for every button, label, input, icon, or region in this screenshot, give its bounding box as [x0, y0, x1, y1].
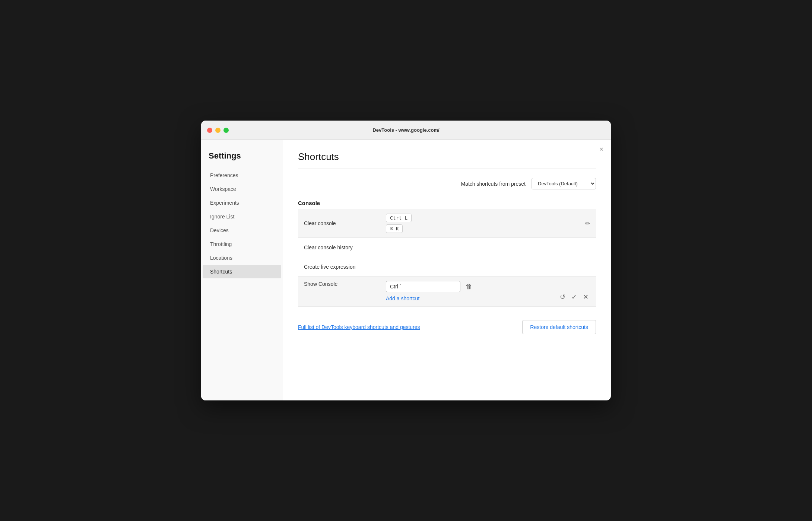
confirm-button[interactable]: ✓	[570, 292, 578, 302]
shortcut-row-show-console: Show Console 🗑 Add a shortcut ↺ ✓ ✕	[298, 277, 596, 307]
shortcut-name-show-console: Show Console	[304, 281, 386, 287]
sidebar-item-workspace[interactable]: Workspace	[203, 182, 281, 196]
content-area: Settings Preferences Workspace Experimen…	[201, 140, 611, 400]
traffic-lights	[207, 128, 229, 133]
sidebar-item-locations[interactable]: Locations	[203, 251, 281, 265]
devtools-window: DevTools - www.google.com/ Settings Pref…	[201, 121, 611, 400]
shortcut-row-clear-console: Clear console Ctrl L ⌘ K ✏	[298, 209, 596, 238]
shortcut-input-field[interactable]	[386, 281, 460, 292]
window-title: DevTools - www.google.com/	[372, 127, 439, 133]
restore-defaults-button[interactable]: Restore default shortcuts	[522, 320, 596, 334]
shortcut-name-clear-history: Clear console history	[304, 244, 386, 250]
close-button[interactable]: ×	[599, 146, 603, 153]
footer: Full list of DevTools keyboard shortcuts…	[298, 316, 596, 334]
minimize-traffic-light[interactable]	[215, 128, 221, 133]
preset-select[interactable]: DevTools (Default) Visual Studio Code	[532, 178, 596, 189]
close-traffic-light[interactable]	[207, 128, 212, 133]
divider	[298, 169, 596, 169]
shortcut-input-area: 🗑 Add a shortcut	[386, 281, 558, 302]
sidebar-item-devices[interactable]: Devices	[203, 224, 281, 237]
shortcut-row-live-expression: Create live expression	[298, 257, 596, 277]
shortcut-input-line: 🗑	[386, 281, 558, 292]
add-shortcut-line: Add a shortcut	[386, 295, 558, 302]
main-panel: × Shortcuts Match shortcuts from preset …	[283, 140, 611, 400]
sidebar-heading: Settings	[201, 147, 283, 168]
shortcut-name-clear-console: Clear console	[304, 220, 386, 226]
shortcut-name-live-expression: Create live expression	[304, 264, 386, 270]
undo-button[interactable]: ↺	[558, 292, 567, 302]
preset-label: Match shortcuts from preset	[461, 181, 526, 187]
cancel-button[interactable]: ✕	[581, 292, 590, 302]
page-title: Shortcuts	[298, 151, 596, 163]
sidebar-item-preferences[interactable]: Preferences	[203, 169, 281, 182]
shortcut-row-clear-history: Clear console history	[298, 238, 596, 257]
edit-icon-clear-console[interactable]: ✏	[585, 220, 590, 227]
sidebar-item-throttling[interactable]: Throttling	[203, 237, 281, 251]
section-console-title: Console	[298, 200, 596, 206]
key-cmd-k: ⌘ K	[386, 224, 403, 233]
sidebar-item-experiments[interactable]: Experiments	[203, 196, 281, 210]
sidebar-item-ignore-list[interactable]: Ignore List	[203, 210, 281, 223]
show-console-actions: ↺ ✓ ✕	[558, 292, 590, 302]
add-shortcut-button[interactable]: Add a shortcut	[386, 295, 419, 301]
sidebar-item-shortcuts[interactable]: Shortcuts	[203, 265, 281, 278]
keyboard-shortcuts-link[interactable]: Full list of DevTools keyboard shortcuts…	[298, 324, 420, 330]
sidebar: Settings Preferences Workspace Experimen…	[201, 140, 283, 400]
shortcut-keys-clear-console: Ctrl L ⌘ K	[386, 214, 585, 233]
key-ctrl-l: Ctrl L	[386, 214, 412, 222]
delete-shortcut-icon[interactable]: 🗑	[464, 281, 474, 292]
shortcut-actions-clear-console: ✏	[585, 220, 590, 227]
titlebar: DevTools - www.google.com/	[201, 121, 611, 140]
maximize-traffic-light[interactable]	[223, 128, 229, 133]
preset-row: Match shortcuts from preset DevTools (De…	[298, 178, 596, 189]
